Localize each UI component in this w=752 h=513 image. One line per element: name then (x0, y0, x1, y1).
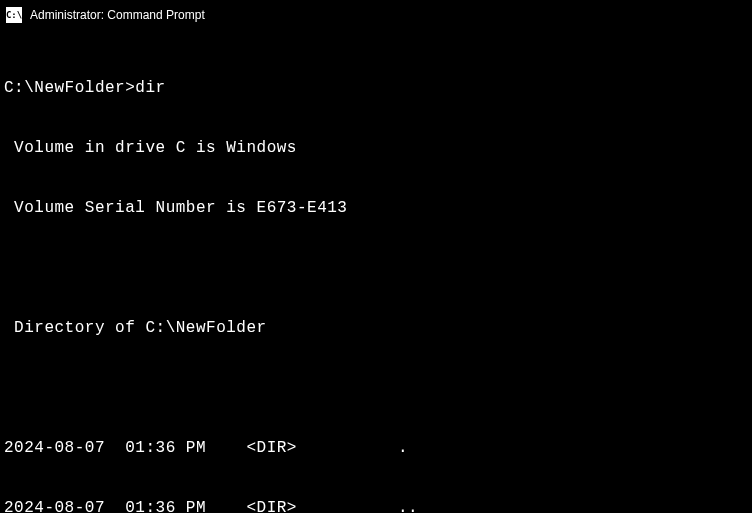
terminal-blank-line (4, 378, 748, 398)
terminal-line: Volume Serial Number is E673-E413 (4, 198, 748, 218)
terminal-line: 2024-08-07 01:36 PM <DIR> . (4, 438, 748, 458)
terminal-line: Directory of C:\NewFolder (4, 318, 748, 338)
window-titlebar: C:\ Administrator: Command Prompt (0, 0, 752, 30)
window-title: Administrator: Command Prompt (30, 8, 205, 22)
terminal-blank-line (4, 258, 748, 278)
terminal-line: 2024-08-07 01:36 PM <DIR> .. (4, 498, 748, 513)
terminal-line: C:\NewFolder>dir (4, 78, 748, 98)
terminal-output[interactable]: C:\NewFolder>dir Volume in drive C is Wi… (0, 30, 752, 513)
cmd-icon: C:\ (6, 7, 22, 23)
terminal-line: Volume in drive C is Windows (4, 138, 748, 158)
